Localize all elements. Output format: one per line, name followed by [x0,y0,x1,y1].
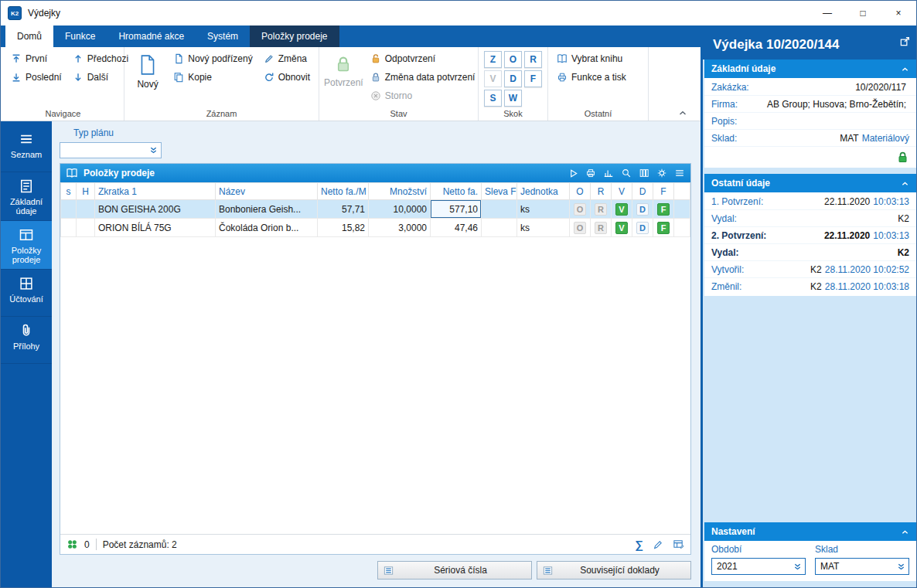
ribbon-collapse-button[interactable] [676,107,690,118]
jump-s-button[interactable]: S [484,90,502,107]
edit-pencil-icon[interactable] [653,539,663,550]
col-header-nazev[interactable]: Název [216,183,318,200]
jump-o-button[interactable]: O [504,51,522,68]
badge-v[interactable]: V [615,222,628,234]
jump-f-button[interactable]: F [524,70,542,87]
close-button[interactable]: × [881,1,916,25]
col-header-sleva-f[interactable]: Sleva F [482,183,517,200]
sidebar-item-prilohy[interactable]: Přílohy [1,317,52,364]
table-edit-icon[interactable] [673,539,684,550]
confirm-button[interactable]: Potvrzení [324,49,363,105]
cell-nazev[interactable]: Čokoláda Orion b... [216,219,318,237]
table-row[interactable]: ORION BÍLÁ 75G Čokoláda Orion b... 15,82… [61,219,690,237]
jump-v-button[interactable]: V [484,70,502,87]
functions-print-button[interactable]: Funkce a tisk [553,68,630,87]
field-zakazka[interactable]: Zakázka: 10/2020/117 [704,79,916,96]
sidebar-item-polozky-prodeje[interactable]: Položky prodeje [1,221,52,270]
section-header-nastaveni[interactable]: Nastavení [704,522,916,541]
change-button[interactable]: Změna [260,49,314,68]
new-child-button[interactable]: Nový podřízený [169,49,256,68]
last-button[interactable]: Poslední [7,68,66,87]
col-header-jednotka[interactable]: Jednotka [517,183,570,200]
badge-d[interactable]: D [636,222,649,234]
settings-search-icon[interactable] [656,168,667,178]
col-header-o[interactable]: O [570,183,591,200]
cell-mnozstvi[interactable]: 10,0000 [369,200,431,219]
badge-r[interactable]: R [595,203,607,216]
col-header-netto-fa[interactable]: Netto fa. [431,183,482,200]
previous-button[interactable]: Předchozi [69,49,132,68]
field-1-potvrzeni[interactable]: 1. Potvrzení: 22.11.202010:03:13 [704,193,916,210]
copy-button[interactable]: Kopie [169,68,256,87]
badge-o[interactable]: O [574,203,586,216]
minimize-button[interactable]: — [810,1,845,25]
jump-w-button[interactable]: W [504,90,522,107]
jump-d-button[interactable]: D [504,70,522,87]
sklad-combobox[interactable]: MAT [815,558,909,575]
storno-button[interactable]: Storno [366,87,479,105]
related-documents-button[interactable]: Související doklady [537,561,691,580]
cell-sleva-f[interactable] [482,200,517,219]
badge-d[interactable]: D [636,203,649,216]
cell-netto-fa-m[interactable]: 15,82 [318,219,369,237]
obdobi-combobox[interactable]: 2021 [711,558,806,575]
badge-v[interactable]: V [615,203,628,216]
sidebar-item-uctovani[interactable]: Účtování [1,270,52,317]
menu-icon[interactable] [674,168,685,178]
cell-sleva-f[interactable] [482,219,517,237]
change-confirm-date-button[interactable]: Změna data potvrzení [366,68,479,87]
badge-r[interactable]: R [595,222,607,234]
section-header-zakladni-udaje[interactable]: Základní údaje [704,59,916,78]
unconfirm-button[interactable]: Odpotvrzení [366,49,479,68]
col-header-zkratka[interactable]: Zkratka 1 [95,183,216,200]
first-button[interactable]: První [7,49,66,68]
col-header-v[interactable]: V [612,183,632,200]
col-header-mnozstvi[interactable]: Množství [369,183,431,200]
table-row[interactable]: BON GEISHA 200G Bonboniera Geish... 57,7… [61,200,690,219]
sidebar-item-zakladni-udaje[interactable]: Základní údaje [1,172,52,221]
badge-o[interactable]: O [574,222,586,234]
section-header-ostatni-udaje[interactable]: Ostatní údaje [704,174,916,192]
sidebar-item-seznam[interactable]: Seznam [1,125,52,172]
search-gear-icon[interactable] [621,168,632,178]
field-sklad[interactable]: Sklad: MATMateriálový [704,130,916,147]
typ-planu-combobox[interactable] [60,142,162,158]
tab-system[interactable]: Systém [196,25,250,47]
col-header-h[interactable]: H [77,183,95,200]
cell-jednotka[interactable]: ks [517,219,570,237]
field-zmenil[interactable]: Změnil: K228.11.2020 10:03:18 [704,278,916,295]
tab-domu[interactable]: Domů [5,25,53,47]
open-in-window-icon[interactable] [899,36,911,47]
field-vytvoril[interactable]: Vytvořil: K228.11.2020 10:02:52 [704,261,916,278]
tab-funkce[interactable]: Funkce [53,25,107,47]
serial-numbers-button[interactable]: Sériová čísla [377,561,532,580]
field-vydal-2[interactable]: Vydal: K2 [704,244,916,261]
refresh-button[interactable]: Obnovit [260,68,314,87]
print-icon[interactable] [585,168,596,178]
col-header-netto-fa-m[interactable]: Netto fa./M [318,183,369,200]
field-vydal-1[interactable]: Vydal: K2 [704,210,916,227]
play-icon[interactable] [568,168,578,178]
jump-z-button[interactable]: Z [484,51,502,68]
maximize-button[interactable]: □ [845,1,881,25]
field-firma[interactable]: Firma: AB Group; Husova; Brno-Žebětín; [704,96,916,113]
col-header-r[interactable]: R [591,183,612,200]
badge-f[interactable]: F [657,222,670,234]
cell-zkratka[interactable]: ORION BÍLÁ 75G [95,219,216,237]
cell-jednotka[interactable]: ks [517,200,570,219]
field-2-potvrzeni[interactable]: 2. Potvrzení: 22.11.202010:03:13 [704,227,916,244]
next-button[interactable]: Další [69,68,132,87]
columns-icon[interactable] [639,168,649,178]
cell-zkratka[interactable]: BON GEISHA 200G [95,200,216,219]
cell-nazev[interactable]: Bonboniera Geish... [216,200,318,219]
cell-netto-fa[interactable]: 47,46 [431,219,482,237]
cell-netto-fa-focused[interactable]: 577,10 [431,200,482,219]
sum-icon[interactable]: ∑ [635,538,643,551]
jump-r-button[interactable]: R [524,51,542,68]
new-button[interactable]: Nový [129,49,166,105]
cell-netto-fa-m[interactable]: 57,71 [318,200,369,219]
tab-polozky-prodeje[interactable]: Položky prodeje [250,25,339,47]
col-header-f[interactable]: F [653,183,674,200]
badge-f[interactable]: F [657,203,670,216]
col-header-s[interactable]: s [61,183,77,200]
